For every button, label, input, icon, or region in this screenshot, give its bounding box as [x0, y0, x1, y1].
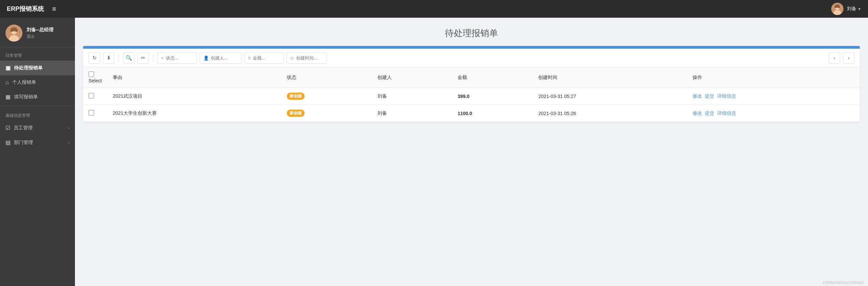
sidebar-item-pending-label: 待处理报销单: [14, 65, 69, 71]
row-amount: 1100.0: [452, 105, 533, 122]
sidebar-user-info: 刘备--总经理 退出: [27, 27, 53, 39]
row-amount: 399.0: [452, 88, 533, 105]
row-checkbox-cell: [83, 105, 107, 122]
refresh-button[interactable]: ↻: [89, 52, 100, 64]
sidebar-section-daily: 日常管理: [0, 47, 75, 61]
employee-arrow-icon: ›: [68, 126, 69, 130]
th-reason: 事由: [107, 67, 281, 88]
top-header: ERP报销系统 ≡ 刘备 ▼: [0, 0, 868, 18]
prev-page-button[interactable]: ‹: [828, 52, 840, 64]
row-create-time: 2021-03-31 05:27: [533, 88, 687, 105]
action-提交[interactable]: 提交: [705, 110, 714, 116]
pending-icon: ▣: [5, 65, 11, 71]
search-button[interactable]: 🔍: [123, 52, 135, 64]
sidebar-item-personal-label: 个人报销单: [12, 79, 69, 85]
row-creator: 刘备: [372, 88, 452, 105]
download-icon: ⬇: [107, 55, 111, 61]
sidebar-item-department[interactable]: ▤ 部门管理 ›: [0, 135, 75, 150]
status-badge: 新创建: [287, 93, 305, 100]
table-row: 2021武汉项目新创建刘备399.02021-03-31 05:27修改提交详细…: [83, 88, 860, 105]
menu-toggle-icon[interactable]: ≡: [52, 5, 56, 13]
action-修改[interactable]: 修改: [693, 93, 702, 99]
sidebar-user-section: 刘备--总经理 退出: [0, 18, 75, 47]
creator-filter-icon: 👤: [203, 55, 209, 61]
time-filter-input[interactable]: [296, 55, 323, 61]
th-status: 状态: [281, 67, 372, 88]
row-reason: 2021大学生创新大赛: [107, 105, 281, 122]
time-filter[interactable]: ⊙: [286, 52, 327, 64]
main-layout: 刘备--总经理 退出 日常管理 ▣ 待处理报销单 ⌂ 个人报销单 ▦ 填写报销单…: [0, 18, 868, 286]
table-header: Select 事由 状态 创建人 金额 创建时间 操作: [83, 67, 860, 88]
next-icon: ›: [848, 55, 850, 61]
status-filter-input[interactable]: [166, 55, 193, 61]
search-icon: 🔍: [126, 55, 132, 61]
header-left: ERP报销系统 ≡: [7, 5, 56, 13]
page-title-bar: 待处理报销单: [75, 18, 868, 46]
app-logo: ERP报销系统: [7, 5, 44, 13]
sidebar-item-employee-label: 员工管理: [14, 125, 65, 131]
th-action: 操作: [687, 67, 860, 88]
table-body: 2021武汉项目新创建刘备399.02021-03-31 05:27修改提交详细…: [83, 88, 860, 122]
personal-icon: ⌂: [5, 79, 9, 85]
sidebar-item-personal[interactable]: ⌂ 个人报销单: [0, 75, 75, 90]
data-table: Select 事由 状态 创建人 金额 创建时间 操作 2021武汉项目新创建刘…: [83, 67, 860, 122]
fill-icon: ▦: [5, 94, 11, 100]
sidebar-user-name: 刘备--总经理: [27, 27, 53, 33]
amount-filter-icon: ¥: [248, 55, 251, 61]
header-right: 刘备 ▼: [831, 3, 861, 15]
edit-button[interactable]: ✏: [137, 52, 149, 64]
time-filter-icon: ⊙: [290, 55, 294, 61]
table-row: 2021大学生创新大赛新创建刘备1100.02021-03-31 05:26修改…: [83, 105, 860, 122]
svg-point-5: [835, 4, 840, 8]
select-all-checkbox[interactable]: [89, 72, 94, 77]
row-checkbox-cell: [83, 88, 107, 105]
sidebar-item-employee[interactable]: ☑ 员工管理 ›: [0, 121, 75, 135]
action-修改[interactable]: 修改: [693, 110, 702, 116]
svg-point-11: [11, 27, 17, 31]
row-0-checkbox[interactable]: [89, 93, 94, 98]
sidebar-item-department-label: 部门管理: [14, 140, 65, 146]
th-create-time: 创建时间: [533, 67, 687, 88]
sidebar-item-fill-label: 填写报销单: [14, 94, 69, 100]
user-avatar-top: [831, 3, 843, 15]
row-actions: 修改提交详细信息: [687, 105, 860, 122]
th-amount: 金额: [452, 67, 533, 88]
content-area: 待处理报销单 ↻ ⬇ 🔍 ✏: [75, 18, 868, 286]
amount-filter[interactable]: ¥: [245, 52, 284, 64]
th-creator: 创建人: [372, 67, 452, 88]
toolbar-divider-2: [153, 54, 153, 62]
sidebar-item-pending[interactable]: ▣ 待处理报销单: [0, 61, 75, 75]
download-button[interactable]: ⬇: [103, 52, 114, 64]
action-提交[interactable]: 提交: [705, 93, 714, 99]
edit-icon: ✏: [141, 55, 145, 61]
sidebar-logout-link[interactable]: 退出: [27, 34, 53, 39]
status-badge: 新创建: [287, 110, 305, 117]
user-dropdown-caret: ▼: [858, 7, 861, 11]
next-page-button[interactable]: ›: [843, 52, 854, 64]
th-select: Select: [83, 67, 107, 88]
refresh-icon: ↻: [92, 55, 97, 61]
sidebar: 刘备--总经理 退出 日常管理 ▣ 待处理报销单 ⌂ 个人报销单 ▦ 填写报销单…: [0, 18, 75, 286]
action-详细信息[interactable]: 详细信息: [717, 93, 736, 99]
select-label: Select: [89, 78, 102, 83]
sidebar-divider: [0, 106, 75, 106]
department-icon: ▤: [5, 139, 11, 146]
employee-icon: ☑: [5, 125, 10, 131]
status-filter-icon: ≡: [161, 55, 164, 61]
creator-filter-input[interactable]: [211, 55, 238, 61]
status-filter[interactable]: ≡: [157, 52, 197, 64]
row-1-checkbox[interactable]: [89, 110, 94, 115]
amount-filter-input[interactable]: [253, 55, 280, 61]
action-详细信息[interactable]: 详细信息: [717, 110, 736, 116]
sidebar-item-fill[interactable]: ▦ 填写报销单: [0, 90, 75, 104]
row-create-time: 2021-03-31 05:26: [533, 105, 687, 122]
prev-icon: ‹: [834, 55, 835, 61]
header-user-name[interactable]: 刘备 ▼: [847, 6, 861, 12]
sidebar-section-basic: 基础信息管理: [0, 107, 75, 121]
toolbar-divider-1: [119, 54, 119, 62]
creator-filter[interactable]: 👤: [200, 52, 242, 64]
footer-note: CSDN©SDn©y/1235322: [823, 281, 864, 285]
row-creator: 刘备: [372, 105, 452, 122]
table-container: ↻ ⬇ 🔍 ✏ ≡: [83, 46, 860, 122]
sidebar-avatar: [5, 25, 22, 42]
